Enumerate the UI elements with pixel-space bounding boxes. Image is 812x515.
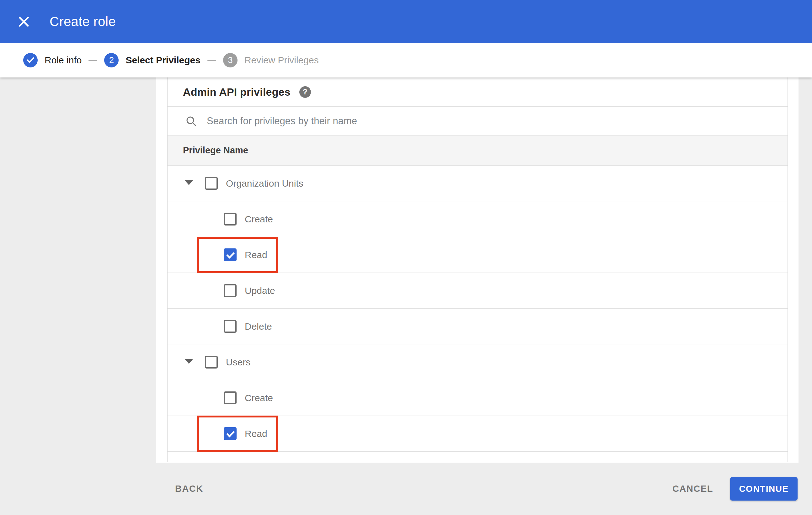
- step-label: Role info: [45, 55, 82, 65]
- privilege-checkbox[interactable]: [224, 248, 237, 261]
- step-number-badge: 2: [104, 53, 119, 67]
- privilege-label: Read: [245, 428, 267, 439]
- privilege-label: Create: [245, 214, 273, 224]
- privilege-checkbox[interactable]: [224, 213, 237, 225]
- privilege-label: Update: [245, 285, 275, 296]
- group-checkbox[interactable]: [205, 356, 218, 368]
- privilege-row: Update: [168, 273, 787, 309]
- group-label: Users: [226, 357, 250, 368]
- privilege-row: Read: [168, 416, 787, 452]
- privilege-label: Create: [245, 393, 273, 403]
- privilege-group-row: Organization Units: [168, 165, 787, 201]
- privilege-checkbox[interactable]: [224, 427, 237, 440]
- privilege-group-row: Users: [168, 344, 787, 380]
- cancel-button[interactable]: CANCEL: [672, 484, 713, 494]
- privilege-row: Read: [168, 237, 787, 273]
- step-label: Review Privileges: [244, 55, 319, 65]
- privilege-label: Read: [245, 250, 267, 260]
- close-icon[interactable]: [14, 12, 33, 31]
- step-completed-check-icon: [23, 53, 38, 67]
- expand-arrow-icon[interactable]: [185, 180, 193, 185]
- search-icon: [185, 115, 197, 127]
- panel-heading-row: Admin API privileges ?: [168, 78, 787, 107]
- dialog-title: Create role: [50, 14, 116, 29]
- create-role-dialog: Create role Role info 2 Select Privilege…: [0, 0, 812, 515]
- group-label: Organization Units: [226, 178, 303, 189]
- step-review-privileges[interactable]: 3 Review Privileges: [223, 53, 319, 67]
- privileges-panel: Admin API privileges ? Privilege Name Or…: [156, 78, 799, 463]
- expand-arrow-icon[interactable]: [185, 359, 193, 364]
- step-connector: [88, 60, 97, 61]
- privilege-checkbox[interactable]: [224, 391, 237, 404]
- search-input[interactable]: [207, 112, 787, 130]
- table-header: Privilege Name: [168, 135, 787, 165]
- step-number-badge: 3: [223, 53, 237, 67]
- app-bar: Create role: [0, 0, 812, 43]
- privilege-checkbox[interactable]: [224, 284, 237, 297]
- privilege-name-column-header: Privilege Name: [183, 145, 248, 156]
- stepper: Role info 2 Select Privileges 3 Review P…: [0, 43, 812, 78]
- step-select-privileges[interactable]: 2 Select Privileges: [104, 53, 200, 67]
- group-checkbox[interactable]: [205, 177, 218, 190]
- privilege-label: Delete: [245, 321, 272, 332]
- footer-bar: BACK CANCEL CONTINUE: [0, 463, 812, 515]
- privilege-checkbox[interactable]: [224, 320, 237, 333]
- privilege-row: Create: [168, 201, 787, 237]
- partial-row: [168, 452, 787, 462]
- help-icon[interactable]: ?: [299, 86, 311, 98]
- privilege-table-body: Organization UnitsCreateReadUpdateDelete…: [168, 165, 787, 462]
- continue-button[interactable]: CONTINUE: [730, 477, 798, 501]
- main-content: Admin API privileges ? Privilege Name Or…: [0, 78, 812, 515]
- privilege-row: Create: [168, 380, 787, 416]
- step-role-info[interactable]: Role info: [23, 53, 82, 67]
- step-label: Select Privileges: [125, 55, 200, 65]
- back-button[interactable]: BACK: [175, 484, 203, 494]
- privilege-row: Delete: [168, 309, 787, 344]
- search-row: [168, 107, 787, 135]
- step-connector: [207, 60, 216, 61]
- privileges-table: Admin API privileges ? Privilege Name Or…: [167, 78, 788, 462]
- panel-heading: Admin API privileges: [183, 86, 291, 98]
